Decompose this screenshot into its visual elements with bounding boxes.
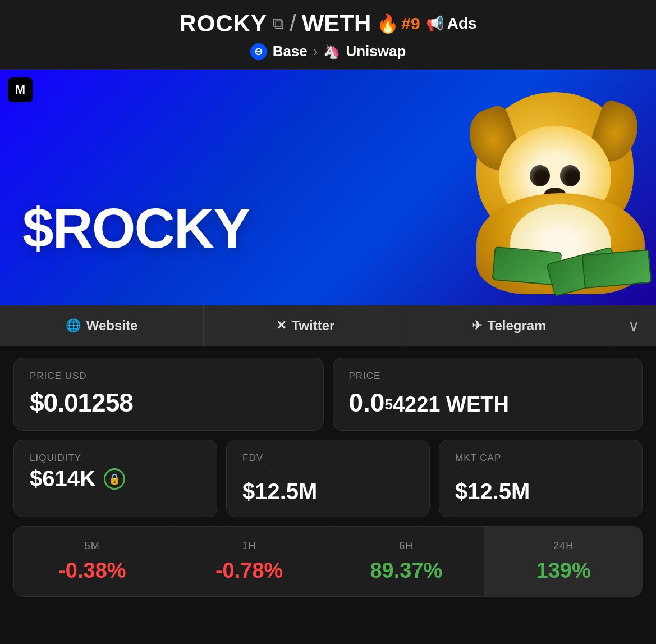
price-weth-value: 0.0 5 4221 WETH [349,387,627,418]
website-label: Website [86,318,138,334]
period-24h-label: 24H [490,540,636,552]
price-usd-label: PRICE USD [30,371,308,382]
money-bills [448,244,650,289]
banner-token-text: $ROCKY [22,196,250,261]
metrics-row: LIQUIDITY $614K 🔒 FDV - - - - $12.5M MKT… [13,440,643,517]
mkt-cap-card: MKT CAP - - - - $12.5M [439,440,643,517]
lock-icon: 🔒 [104,468,125,490]
period-24h-value: 139% [490,559,636,583]
period-5m-label: 5M [20,540,165,552]
title-row: ROCKY ⧉ / WETH 🔥 #9 📢 Ads [11,10,645,37]
periods-row: 5M -0.38% 1H -0.78% 6H 89.37% 24H 139% [13,526,643,597]
fire-badge: 🔥 #9 [377,13,420,34]
period-5m-value: -0.38% [20,559,165,583]
liquidity-amount: $614K [30,466,96,491]
price-row: PRICE USD $0.01258 PRICE 0.0 5 4221 WETH [13,358,643,431]
price-weth-card: PRICE 0.0 5 4221 WETH [333,358,643,431]
telegram-icon: ✈ [472,318,482,333]
mkt-cap-label: MKT CAP [455,453,626,464]
banner-logo: M [8,77,33,102]
x-twitter-icon: ✕ [276,318,286,333]
token-name: ROCKY [179,10,267,37]
period-6h-value: 89.37% [334,559,479,583]
dog-body-container [460,92,650,294]
liquidity-card: LIQUIDITY $614K 🔒 [13,440,217,517]
chain-row: ⊖ Base › 🦄 Uniswap [11,43,645,60]
dex-name: Uniswap [346,43,406,60]
price-weth-suffix: 4221 WETH [393,392,509,417]
logo-text: M [15,83,25,97]
dog-eye-right [560,165,580,186]
base-chain-icon: ⊖ [250,43,267,60]
period-6h-label: 6H [334,540,479,552]
period-1h-value: -0.78% [177,559,322,583]
pair-name: WETH [302,10,371,37]
rank-number: #9 [401,14,420,33]
price-weth-label: PRICE [349,371,627,382]
header: ROCKY ⧉ / WETH 🔥 #9 📢 Ads ⊖ Base › 🦄 Uni… [0,0,656,70]
price-usd-card: PRICE USD $0.01258 [13,358,324,431]
fdv-card: FDV - - - - $12.5M [226,440,430,517]
stats-section: PRICE USD $0.01258 PRICE 0.0 5 4221 WETH… [0,346,656,608]
fire-icon: 🔥 [377,13,399,34]
period-6h[interactable]: 6H 89.37% [328,527,485,596]
ads-badge[interactable]: 📢 Ads [426,15,477,33]
mkt-cap-value: $12.5M [455,479,626,504]
chevron-down-icon: ∨ [628,317,640,335]
expand-button[interactable]: ∨ [611,305,656,346]
period-1h-label: 1H [177,540,322,552]
price-weth-subscript: 5 [384,396,392,413]
token-banner: M $ROCKY [0,70,656,305]
telegram-button[interactable]: ✈ Telegram [407,305,611,346]
price-usd-value: $0.01258 [30,387,308,418]
period-24h[interactable]: 24H 139% [485,527,642,596]
uniswap-icon: 🦄 [323,44,340,60]
fdv-label: FDV [242,453,414,464]
website-button[interactable]: 🌐 Website [0,305,204,346]
period-1h[interactable]: 1H -0.78% [171,527,328,596]
ads-label: Ads [447,15,477,33]
copy-icon[interactable]: ⧉ [273,15,284,33]
price-weth-prefix: 0.0 [349,387,385,418]
pair-separator: / [290,10,296,37]
megaphone-icon: 📢 [426,15,444,33]
liquidity-value: $614K 🔒 [30,466,201,491]
globe-icon: 🌐 [66,318,81,333]
twitter-button[interactable]: ✕ Twitter [204,305,407,346]
bill-3 [582,249,652,289]
telegram-label: Telegram [488,318,547,334]
chain-name: Base [273,43,308,60]
period-5m[interactable]: 5M -0.38% [14,527,171,596]
dog-mascot [426,70,656,305]
twitter-label: Twitter [292,318,335,334]
mkt-cap-dashes: - - - - [455,466,626,474]
chevron-right-icon: › [313,43,318,60]
fdv-value: $12.5M [242,479,414,504]
fdv-dashes: - - - - [242,466,414,474]
liquidity-label: LIQUIDITY [30,453,201,464]
nav-buttons: 🌐 Website ✕ Twitter ✈ Telegram ∨ [0,305,656,346]
dog-eye-left [530,165,550,186]
